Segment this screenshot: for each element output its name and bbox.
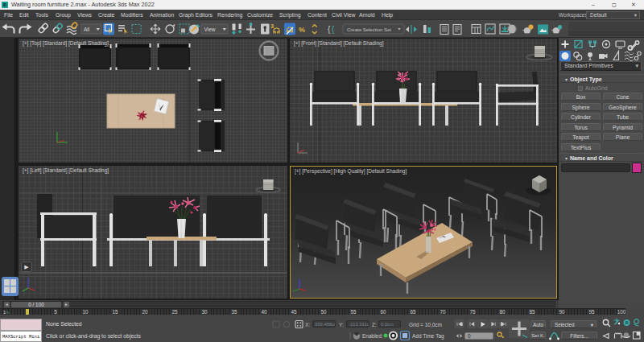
svg-text:{: { [332,25,335,34]
svg-text:%: % [299,26,305,34]
svg-text:All: All [84,27,90,32]
svg-text:3: 3 [270,23,274,30]
svg-text:Create Selection Set: Create Selection Set [347,27,391,32]
svg-text:View: View [204,27,216,32]
svg-text:{: { [328,25,331,34]
